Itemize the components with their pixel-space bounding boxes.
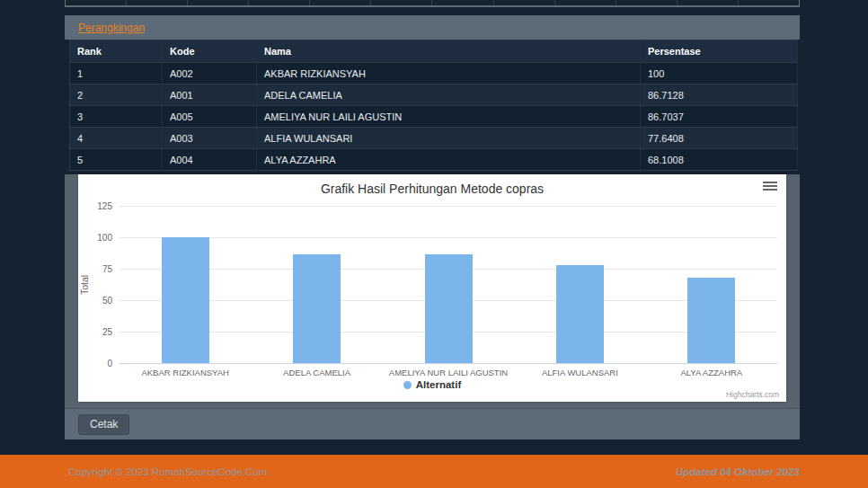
cell-persentase: 100 — [641, 63, 798, 84]
gridline — [120, 237, 777, 238]
x-category-label: AMELIYA NUR LAILI AGUSTIN — [383, 368, 514, 377]
chart-panel: Grafik Hasil Perhitungan Metode copras T… — [65, 174, 800, 439]
header-row: RankKodeNamaPersentase — [70, 40, 798, 63]
table-row: 3A005AMELIYA NUR LAILI AGUSTIN86.7037 — [70, 106, 798, 128]
x-category-label: ALFIA WULANSARI — [514, 368, 645, 377]
cell-kode: A003 — [163, 128, 257, 149]
table-row: 2A001ADELA CAMELIA86.7128 — [70, 84, 798, 106]
bar-5[interactable] — [687, 278, 735, 363]
legend-marker-icon — [403, 381, 412, 389]
y-tick-label: 25 — [82, 327, 112, 337]
chart-context-menu-icon[interactable] — [763, 182, 777, 192]
remnant-cell — [493, 0, 554, 5]
bar-2[interactable] — [293, 254, 341, 363]
cell-kode: A002 — [163, 63, 257, 84]
remnant-cell — [738, 0, 799, 5]
cell-rank: 3 — [70, 106, 163, 128]
previous-table-remnant — [65, 0, 800, 7]
updated-text: Updated 04 Oktober 2023 — [676, 466, 800, 477]
column-header: Kode — [163, 40, 257, 63]
remnant-cell — [554, 0, 616, 5]
ranking-panel-header: Perangkingan — [65, 15, 800, 40]
chart-title: Grafik Hasil Perhitungan Metode copras — [78, 182, 786, 196]
cell-nama: AMELIYA NUR LAILI AGUSTIN — [257, 106, 641, 128]
column-header: Persentase — [641, 40, 798, 63]
ranking-table: RankKodeNamaPersentase 1A002AKBAR RIZKIA… — [69, 40, 798, 171]
cell-nama: ADELA CAMELIA — [257, 84, 641, 106]
ranking-table-body: 1A002AKBAR RIZKIANSYAH1002A001ADELA CAME… — [70, 63, 798, 171]
bar-1[interactable] — [162, 237, 209, 363]
y-tick-label: 125 — [82, 201, 112, 211]
cell-persentase: 86.7037 — [641, 106, 798, 128]
remnant-cell — [616, 0, 677, 5]
cell-nama: ALYA AZZAHRA — [257, 149, 641, 171]
ranking-panel: Perangkingan RankKodeNamaPersentase 1A00… — [65, 15, 800, 171]
remnant-cell — [370, 0, 431, 5]
content-column: Perangkingan RankKodeNamaPersentase 1A00… — [65, 0, 800, 439]
remnant-cell — [126, 0, 187, 5]
column-header: Rank — [70, 40, 163, 63]
y-tick-label: 100 — [82, 233, 112, 243]
x-category-label: ALYA AZZAHRA — [646, 368, 777, 377]
cell-persentase: 86.7128 — [641, 84, 798, 106]
legend[interactable]: Alternatif — [78, 379, 786, 390]
copyright-text: Copyright © 2023 RumahSourceCode.Com — [68, 466, 267, 477]
cell-nama: ALFIA WULANSARI — [257, 128, 641, 149]
remnant-cell — [677, 0, 738, 5]
remnant-cell — [187, 0, 248, 5]
cell-kode: A001 — [163, 84, 257, 106]
remnant-cell — [309, 0, 370, 5]
cell-kode: A005 — [163, 106, 257, 128]
cell-rank: 2 — [70, 84, 163, 106]
legend-label: Alternatif — [416, 379, 461, 390]
bar-3[interactable] — [425, 254, 473, 363]
cell-kode: A004 — [163, 149, 257, 171]
gridline — [120, 206, 777, 207]
cell-rank: 4 — [70, 128, 163, 149]
remnant-cell — [248, 0, 309, 5]
remnant-cell — [431, 0, 492, 5]
remnant-cell — [66, 0, 126, 5]
table-row: 5A004ALYA AZZAHRA68.1008 — [70, 149, 798, 171]
cell-nama: AKBAR RIZKIANSYAH — [257, 63, 641, 84]
chart-panel-footer: Cetak — [65, 408, 800, 439]
x-axis-line — [120, 363, 777, 364]
ranking-table-head: RankKodeNamaPersentase — [70, 40, 798, 63]
table-row: 4A003ALFIA WULANSARI77.6408 — [70, 128, 798, 149]
perangkingan-link[interactable]: Perangkingan — [78, 22, 145, 34]
page-footer: Copyright © 2023 RumahSourceCode.Com Upd… — [0, 455, 868, 488]
bar-4[interactable] — [556, 265, 604, 363]
y-tick-label: 0 — [82, 359, 112, 368]
cetak-button[interactable]: Cetak — [78, 414, 129, 435]
x-category-label: ADELA CAMELIA — [251, 368, 382, 377]
highcharts-credits[interactable]: Highcharts.com — [726, 390, 779, 399]
chart-card: Grafik Hasil Perhitungan Metode copras T… — [78, 174, 786, 402]
cell-rank: 1 — [70, 63, 163, 84]
cell-persentase: 77.6408 — [641, 128, 798, 149]
table-row: 1A002AKBAR RIZKIANSYAH100 — [70, 63, 798, 84]
column-header: Nama — [257, 40, 641, 63]
x-category-label: AKBAR RIZKIANSYAH — [120, 368, 251, 377]
cell-persentase: 68.1008 — [641, 149, 798, 171]
y-tick-label: 75 — [82, 264, 112, 274]
y-axis-title: Total — [79, 274, 90, 294]
y-tick-label: 50 — [82, 296, 112, 306]
cell-rank: 5 — [70, 149, 163, 171]
